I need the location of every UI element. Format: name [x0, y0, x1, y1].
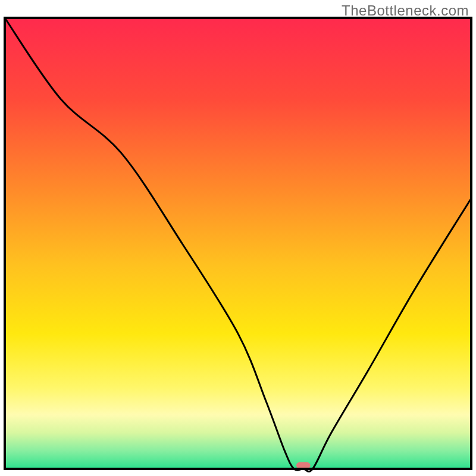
bottleneck-chart	[0, 0, 476, 476]
watermark-text: TheBottleneck.com	[342, 2, 469, 19]
chart-container: TheBottleneck.com	[0, 0, 476, 476]
plot-area	[5, 18, 471, 471]
gradient-background	[5, 18, 471, 469]
